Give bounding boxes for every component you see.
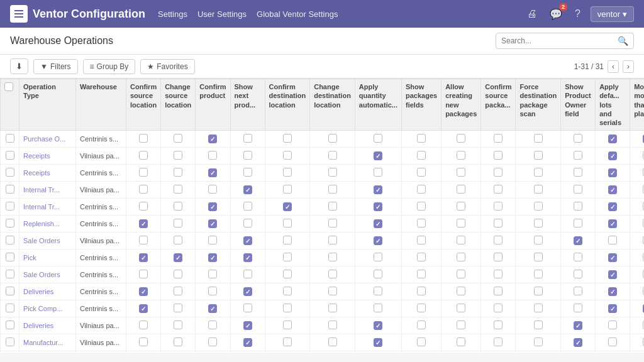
field-checkbox[interactable] xyxy=(208,185,217,194)
groupby-button[interactable]: ≡ Group By xyxy=(83,59,136,74)
next-page-button[interactable]: › xyxy=(623,60,634,73)
filter-button[interactable]: ▼ Filters xyxy=(33,59,78,74)
field-checkbox[interactable] xyxy=(208,151,217,160)
field-checkbox[interactable] xyxy=(494,337,502,346)
field-checkbox[interactable] xyxy=(283,185,292,194)
field-checkbox[interactable] xyxy=(457,270,465,278)
field-checkbox[interactable] xyxy=(608,337,617,346)
field-checkbox[interactable] xyxy=(243,270,252,278)
row-select-checkbox[interactable] xyxy=(6,270,14,278)
field-checkbox[interactable] xyxy=(374,338,382,347)
field-checkbox[interactable] xyxy=(374,134,382,143)
field-checkbox[interactable] xyxy=(417,253,426,261)
field-checkbox[interactable] xyxy=(417,134,426,143)
help-button[interactable]: ? xyxy=(572,6,583,22)
field-checkbox[interactable] xyxy=(494,304,502,312)
op-type-link[interactable]: Sale Orders xyxy=(23,271,60,278)
field-checkbox[interactable] xyxy=(534,321,543,329)
field-checkbox[interactable] xyxy=(243,185,252,194)
row-select-checkbox[interactable] xyxy=(6,219,14,228)
field-checkbox[interactable] xyxy=(534,134,543,143)
field-checkbox[interactable] xyxy=(374,202,382,211)
field-checkbox[interactable] xyxy=(417,337,426,346)
field-checkbox[interactable] xyxy=(457,202,465,211)
field-checkbox[interactable] xyxy=(139,134,148,143)
field-checkbox[interactable] xyxy=(608,168,617,177)
field-checkbox[interactable] xyxy=(608,236,617,244)
field-checkbox[interactable] xyxy=(494,168,502,177)
search-input[interactable] xyxy=(501,36,615,45)
row-select-checkbox[interactable] xyxy=(6,253,14,261)
op-type-link[interactable]: Receipts xyxy=(23,169,50,177)
op-type-link[interactable]: Receipts xyxy=(23,152,50,160)
field-checkbox[interactable] xyxy=(328,219,337,228)
field-checkbox[interactable] xyxy=(139,253,148,262)
field-checkbox[interactable] xyxy=(534,337,543,346)
field-checkbox[interactable] xyxy=(417,304,426,312)
field-checkbox[interactable] xyxy=(457,337,465,346)
field-checkbox[interactable] xyxy=(208,236,217,244)
row-select-checkbox[interactable] xyxy=(6,304,14,312)
user-menu-button[interactable]: ventor ▾ xyxy=(591,6,634,22)
field-checkbox[interactable] xyxy=(534,253,543,261)
field-checkbox[interactable] xyxy=(283,236,292,244)
field-checkbox[interactable] xyxy=(574,134,582,143)
field-checkbox[interactable] xyxy=(574,168,582,177)
field-checkbox[interactable] xyxy=(534,185,543,194)
field-checkbox[interactable] xyxy=(608,287,617,296)
field-checkbox[interactable] xyxy=(243,134,252,143)
field-checkbox[interactable] xyxy=(374,253,382,261)
field-checkbox[interactable] xyxy=(328,253,337,261)
field-checkbox[interactable] xyxy=(574,338,582,347)
field-checkbox[interactable] xyxy=(174,134,182,143)
op-type-link[interactable]: Manufactur... xyxy=(23,339,64,346)
field-checkbox[interactable] xyxy=(328,304,337,312)
field-checkbox[interactable] xyxy=(328,134,337,143)
field-checkbox[interactable] xyxy=(328,202,337,211)
field-checkbox[interactable] xyxy=(574,236,582,245)
field-checkbox[interactable] xyxy=(174,321,182,329)
field-checkbox[interactable] xyxy=(243,168,252,177)
field-checkbox[interactable] xyxy=(374,185,382,194)
field-checkbox[interactable] xyxy=(283,253,292,261)
op-type-link[interactable]: Sale Orders xyxy=(23,237,60,244)
field-checkbox[interactable] xyxy=(328,321,337,329)
row-select-checkbox[interactable] xyxy=(6,321,14,329)
field-checkbox[interactable] xyxy=(174,151,182,160)
field-checkbox[interactable] xyxy=(608,253,617,262)
field-checkbox[interactable] xyxy=(374,219,382,228)
row-select-checkbox[interactable] xyxy=(6,151,14,160)
field-checkbox[interactable] xyxy=(457,321,465,329)
field-checkbox[interactable] xyxy=(208,321,217,329)
field-checkbox[interactable] xyxy=(534,270,543,278)
field-checkbox[interactable] xyxy=(494,151,502,160)
field-checkbox[interactable] xyxy=(574,270,582,278)
field-checkbox[interactable] xyxy=(417,219,426,228)
field-checkbox[interactable] xyxy=(494,287,502,295)
field-checkbox[interactable] xyxy=(494,236,502,244)
field-checkbox[interactable] xyxy=(608,321,617,329)
nav-settings[interactable]: Settings xyxy=(158,9,187,19)
prev-page-button[interactable]: ‹ xyxy=(608,60,619,73)
field-checkbox[interactable] xyxy=(243,253,252,262)
field-checkbox[interactable] xyxy=(243,151,252,160)
field-checkbox[interactable] xyxy=(208,219,217,228)
field-checkbox[interactable] xyxy=(608,134,617,143)
field-checkbox[interactable] xyxy=(283,337,292,346)
field-checkbox[interactable] xyxy=(139,321,148,329)
field-checkbox[interactable] xyxy=(139,202,148,211)
field-checkbox[interactable] xyxy=(328,287,337,295)
field-checkbox[interactable] xyxy=(494,270,502,278)
field-checkbox[interactable] xyxy=(283,134,292,143)
op-type-link[interactable]: Replenish... xyxy=(23,220,60,228)
field-checkbox[interactable] xyxy=(374,168,382,177)
field-checkbox[interactable] xyxy=(283,202,292,211)
field-checkbox[interactable] xyxy=(139,185,148,194)
field-checkbox[interactable] xyxy=(417,151,426,160)
field-checkbox[interactable] xyxy=(208,287,217,295)
field-checkbox[interactable] xyxy=(608,270,617,279)
op-type-link[interactable]: Internal Tr... xyxy=(23,186,60,194)
field-checkbox[interactable] xyxy=(457,168,465,177)
field-checkbox[interactable] xyxy=(534,151,543,160)
field-checkbox[interactable] xyxy=(534,236,543,244)
